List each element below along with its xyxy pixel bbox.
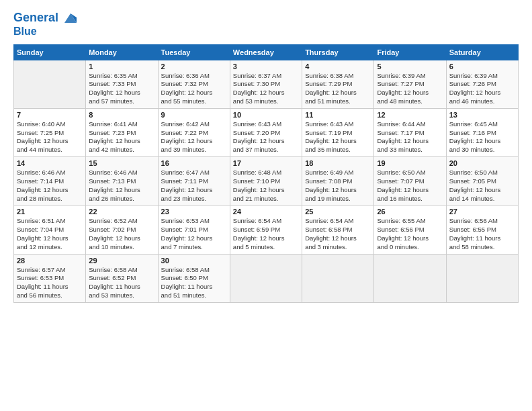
day-number: 4: [305, 62, 371, 71]
day-info: Sunrise: 6:49 AM Sunset: 7:08 PM Dayligh…: [305, 169, 371, 203]
day-number: 7: [17, 111, 83, 119]
calendar: SundayMondayTuesdayWednesdayThursdayFrid…: [13, 44, 519, 303]
day-info: Sunrise: 6:56 AM Sunset: 6:55 PM Dayligh…: [449, 217, 515, 251]
day-cell: 2Sunrise: 6:36 AM Sunset: 7:32 PM Daylig…: [158, 60, 230, 108]
week-row-2: 7Sunrise: 6:40 AM Sunset: 7:25 PM Daylig…: [14, 108, 519, 156]
day-number: 18: [305, 159, 371, 167]
day-number: 26: [377, 208, 443, 216]
day-number: 28: [17, 257, 83, 265]
day-info: Sunrise: 6:54 AM Sunset: 6:58 PM Dayligh…: [305, 217, 371, 251]
day-number: 2: [161, 62, 227, 71]
weekday-sunday: Sunday: [14, 44, 86, 60]
day-number: 17: [233, 159, 299, 167]
day-number: 10: [233, 111, 299, 119]
calendar-body: 1Sunrise: 6:35 AM Sunset: 7:33 PM Daylig…: [14, 60, 519, 302]
day-number: 12: [377, 111, 443, 119]
day-cell: 3Sunrise: 6:37 AM Sunset: 7:30 PM Daylig…: [230, 60, 302, 108]
day-cell: 5Sunrise: 6:39 AM Sunset: 7:27 PM Daylig…: [374, 60, 446, 108]
weekday-monday: Monday: [86, 44, 158, 60]
day-cell: 4Sunrise: 6:38 AM Sunset: 7:29 PM Daylig…: [302, 60, 374, 108]
day-cell: [374, 254, 446, 302]
weekday-saturday: Saturday: [446, 44, 518, 60]
day-number: 19: [377, 159, 443, 167]
day-info: Sunrise: 6:54 AM Sunset: 6:59 PM Dayligh…: [233, 217, 299, 251]
day-info: Sunrise: 6:52 AM Sunset: 7:02 PM Dayligh…: [89, 217, 154, 251]
day-number: 24: [233, 208, 299, 216]
day-cell: 12Sunrise: 6:44 AM Sunset: 7:17 PM Dayli…: [374, 108, 446, 156]
day-cell: 16Sunrise: 6:47 AM Sunset: 7:11 PM Dayli…: [158, 157, 230, 205]
day-cell: 14Sunrise: 6:46 AM Sunset: 7:14 PM Dayli…: [14, 157, 86, 205]
day-cell: 26Sunrise: 6:55 AM Sunset: 6:56 PM Dayli…: [374, 205, 446, 254]
day-cell: 29Sunrise: 6:58 AM Sunset: 6:52 PM Dayli…: [86, 254, 158, 302]
day-cell: 20Sunrise: 6:50 AM Sunset: 7:05 PM Dayli…: [446, 157, 518, 205]
day-number: 29: [89, 257, 154, 265]
day-info: Sunrise: 6:50 AM Sunset: 7:07 PM Dayligh…: [377, 169, 443, 203]
day-info: Sunrise: 6:42 AM Sunset: 7:22 PM Dayligh…: [161, 120, 227, 154]
day-cell: 19Sunrise: 6:50 AM Sunset: 7:07 PM Dayli…: [374, 157, 446, 205]
day-number: 20: [449, 159, 515, 167]
day-info: Sunrise: 6:55 AM Sunset: 6:56 PM Dayligh…: [377, 217, 443, 251]
day-cell: [230, 254, 302, 302]
page: General Blue SundayMondayTuesda: [0, 0, 532, 411]
weekday-wednesday: Wednesday: [230, 44, 302, 60]
day-number: 16: [161, 159, 227, 167]
day-info: Sunrise: 6:39 AM Sunset: 7:27 PM Dayligh…: [377, 72, 443, 106]
week-row-4: 21Sunrise: 6:51 AM Sunset: 7:04 PM Dayli…: [14, 205, 519, 254]
week-row-3: 14Sunrise: 6:46 AM Sunset: 7:14 PM Dayli…: [14, 157, 519, 205]
day-number: 23: [161, 208, 227, 216]
day-number: 1: [89, 62, 154, 71]
day-cell: 8Sunrise: 6:41 AM Sunset: 7:23 PM Daylig…: [86, 108, 158, 156]
day-number: 8: [89, 111, 154, 119]
logo-blue: Blue: [13, 26, 78, 38]
day-info: Sunrise: 6:36 AM Sunset: 7:32 PM Dayligh…: [161, 72, 227, 106]
day-cell: 13Sunrise: 6:45 AM Sunset: 7:16 PM Dayli…: [446, 108, 518, 156]
day-cell: 7Sunrise: 6:40 AM Sunset: 7:25 PM Daylig…: [14, 108, 86, 156]
day-info: Sunrise: 6:46 AM Sunset: 7:14 PM Dayligh…: [17, 169, 83, 203]
day-cell: 30Sunrise: 6:58 AM Sunset: 6:50 PM Dayli…: [158, 254, 230, 302]
day-cell: 21Sunrise: 6:51 AM Sunset: 7:04 PM Dayli…: [14, 205, 86, 254]
day-cell: 23Sunrise: 6:53 AM Sunset: 7:01 PM Dayli…: [158, 205, 230, 254]
weekday-header-row: SundayMondayTuesdayWednesdayThursdayFrid…: [14, 44, 519, 60]
day-number: 21: [17, 208, 83, 216]
logo-text: General: [13, 11, 78, 26]
day-info: Sunrise: 6:39 AM Sunset: 7:26 PM Dayligh…: [449, 72, 515, 106]
day-info: Sunrise: 6:58 AM Sunset: 6:50 PM Dayligh…: [161, 266, 227, 300]
header: General Blue: [13, 11, 519, 38]
day-cell: 22Sunrise: 6:52 AM Sunset: 7:02 PM Dayli…: [86, 205, 158, 254]
day-number: 3: [233, 62, 299, 71]
day-cell: 24Sunrise: 6:54 AM Sunset: 6:59 PM Dayli…: [230, 205, 302, 254]
day-info: Sunrise: 6:58 AM Sunset: 6:52 PM Dayligh…: [89, 266, 154, 300]
logo: General Blue: [13, 11, 78, 38]
day-cell: 9Sunrise: 6:42 AM Sunset: 7:22 PM Daylig…: [158, 108, 230, 156]
day-cell: 18Sunrise: 6:49 AM Sunset: 7:08 PM Dayli…: [302, 157, 374, 205]
day-cell: 15Sunrise: 6:46 AM Sunset: 7:13 PM Dayli…: [86, 157, 158, 205]
day-number: 15: [89, 159, 154, 167]
day-cell: 1Sunrise: 6:35 AM Sunset: 7:33 PM Daylig…: [86, 60, 158, 108]
day-info: Sunrise: 6:44 AM Sunset: 7:17 PM Dayligh…: [377, 120, 443, 154]
day-number: 22: [89, 208, 154, 216]
day-cell: 6Sunrise: 6:39 AM Sunset: 7:26 PM Daylig…: [446, 60, 518, 108]
week-row-1: 1Sunrise: 6:35 AM Sunset: 7:33 PM Daylig…: [14, 60, 519, 108]
weekday-tuesday: Tuesday: [158, 44, 230, 60]
weekday-thursday: Thursday: [302, 44, 374, 60]
day-info: Sunrise: 6:47 AM Sunset: 7:11 PM Dayligh…: [161, 169, 227, 203]
day-info: Sunrise: 6:37 AM Sunset: 7:30 PM Dayligh…: [233, 72, 299, 106]
day-number: 11: [305, 111, 371, 119]
day-cell: 10Sunrise: 6:43 AM Sunset: 7:20 PM Dayli…: [230, 108, 302, 156]
day-info: Sunrise: 6:41 AM Sunset: 7:23 PM Dayligh…: [89, 120, 154, 154]
day-number: 25: [305, 208, 371, 216]
day-cell: [302, 254, 374, 302]
day-number: 5: [377, 62, 443, 71]
day-info: Sunrise: 6:50 AM Sunset: 7:05 PM Dayligh…: [449, 169, 515, 203]
day-number: 9: [161, 111, 227, 119]
day-info: Sunrise: 6:43 AM Sunset: 7:19 PM Dayligh…: [305, 120, 371, 154]
day-cell: 11Sunrise: 6:43 AM Sunset: 7:19 PM Dayli…: [302, 108, 374, 156]
day-cell: 25Sunrise: 6:54 AM Sunset: 6:58 PM Dayli…: [302, 205, 374, 254]
day-cell: [14, 60, 86, 108]
day-info: Sunrise: 6:57 AM Sunset: 6:53 PM Dayligh…: [17, 266, 83, 300]
day-info: Sunrise: 6:35 AM Sunset: 7:33 PM Dayligh…: [89, 72, 154, 106]
day-info: Sunrise: 6:40 AM Sunset: 7:25 PM Dayligh…: [17, 120, 83, 154]
day-info: Sunrise: 6:38 AM Sunset: 7:29 PM Dayligh…: [305, 72, 371, 106]
day-info: Sunrise: 6:51 AM Sunset: 7:04 PM Dayligh…: [17, 217, 83, 251]
weekday-friday: Friday: [374, 44, 446, 60]
